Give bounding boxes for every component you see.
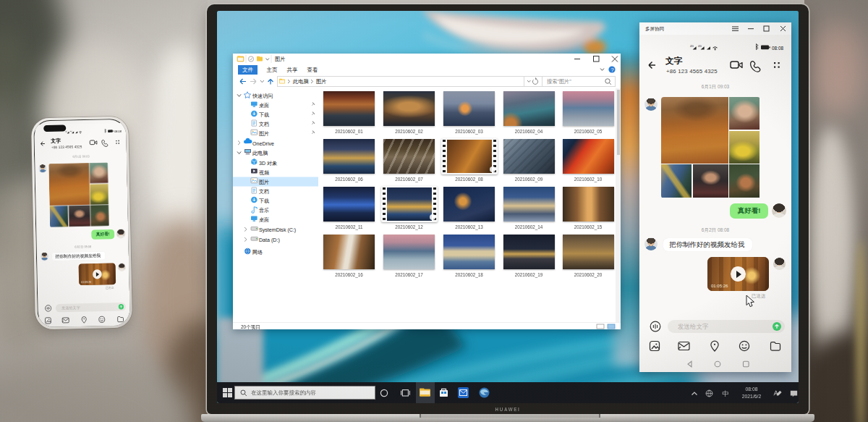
svg-text:视频: 视频 — [259, 169, 270, 176]
svg-text:图片: 图片 — [275, 56, 285, 62]
svg-text:音乐: 音乐 — [259, 207, 269, 214]
svg-text:4G: 4G — [698, 45, 702, 48]
svg-text:文档: 文档 — [259, 121, 269, 127]
svg-text:此电脑: 此电脑 — [252, 150, 268, 156]
svg-text:4G: 4G — [65, 130, 67, 132]
svg-text:此电脑: 此电脑 — [292, 78, 309, 85]
svg-text:下载: 下载 — [259, 112, 269, 118]
svg-text:3D 对象: 3D 对象 — [259, 161, 277, 166]
svg-text:文档: 文档 — [259, 188, 269, 195]
svg-text:桌面: 桌面 — [259, 102, 269, 109]
svg-text:快速访问: 快速访问 — [252, 93, 273, 99]
svg-text:OneDrive: OneDrive — [252, 141, 274, 147]
svg-text:图片: 图片 — [316, 78, 326, 85]
svg-text:08:08: 08:08 — [772, 46, 783, 51]
svg-text:SystemDisk (C:): SystemDisk (C:) — [259, 227, 296, 233]
svg-text:08:08: 08:08 — [114, 130, 122, 133]
svg-text:4G: 4G — [70, 130, 72, 132]
svg-text:图片: 图片 — [259, 180, 269, 185]
svg-text:桌面: 桌面 — [259, 216, 269, 223]
svg-text:?: ? — [610, 67, 613, 73]
svg-text:搜索"图片": 搜索"图片" — [547, 78, 571, 85]
svg-text:4G: 4G — [690, 45, 694, 48]
svg-text:Data (D:): Data (D:) — [259, 237, 280, 243]
svg-text:网络: 网络 — [252, 250, 263, 256]
svg-text:下载: 下载 — [259, 198, 269, 204]
svg-text:图片: 图片 — [259, 131, 269, 137]
